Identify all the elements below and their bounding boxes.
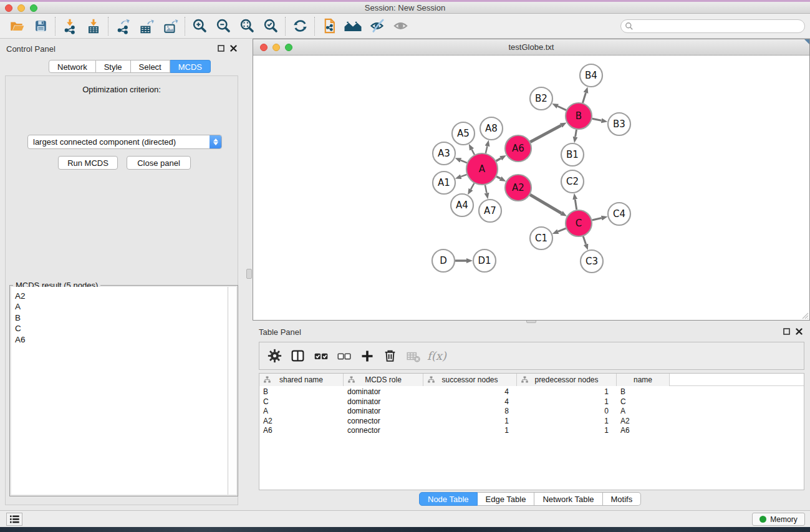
select-all-button[interactable] [309,345,332,367]
graph-edge-b-b1[interactable] [576,130,577,137]
graph-edge-b-b3[interactable] [592,118,602,120]
search-input[interactable] [620,19,805,33]
open-file-button[interactable] [5,16,29,37]
graph-node-a3[interactable]: A3 [433,142,455,165]
task-history-button[interactable] [6,513,22,526]
zoom-in-button[interactable] [188,16,211,37]
graph-edge-a-a4[interactable] [471,183,474,190]
maximize-view-icon[interactable] [285,44,292,51]
add-column-button[interactable] [355,345,378,367]
delete-columns-button[interactable] [378,345,402,367]
result-item-c[interactable]: C [15,323,228,334]
result-item-b[interactable]: B [15,312,228,323]
graph-node-a5[interactable]: A5 [452,122,475,145]
graph-node-a4[interactable]: A4 [451,194,473,216]
graph-edge-b-b4[interactable] [582,93,586,103]
graph-edge-a-a5[interactable] [472,150,475,155]
search-field[interactable] [620,19,805,33]
graph-edge-a2-c[interactable] [530,195,561,213]
delete-table-button[interactable] [402,345,425,367]
home-first-neighbors-button[interactable] [341,16,365,37]
graph-edge-a-a2[interactable] [496,177,500,178]
graph-node-a2[interactable]: A2 [505,175,531,201]
run-mcds-button[interactable]: Run MCDS [58,156,118,170]
column-header-name[interactable]: name [617,374,670,386]
main-titlebar[interactable]: Session: New Session [0,2,810,14]
graph-edge-c-c2[interactable] [575,200,576,210]
graph-node-b2[interactable]: B2 [530,87,552,110]
column-header-shared-name[interactable]: shared name [259,374,344,386]
graph-edge-a-a3[interactable] [461,160,467,163]
column-header-successor-nodes[interactable]: successor nodes [423,374,517,386]
table-options-button[interactable] [263,345,286,367]
table-row[interactable]: Adominator80A [259,407,804,417]
close-window-icon[interactable] [5,4,12,12]
export-image-button[interactable] [158,16,182,37]
table-row[interactable]: A6connector11A6 [259,426,804,436]
column-header-mcds-role[interactable]: MCDS role [344,374,423,386]
graph-node-c3[interactable]: C3 [581,250,603,273]
tab-select[interactable]: Select [131,60,170,73]
result-item-a2[interactable]: A2 [15,291,228,301]
show-hide-style-button[interactable] [365,16,388,37]
zoom-fit-button[interactable] [235,16,259,37]
vertical-splitter-handle[interactable] [246,269,252,279]
tab-style[interactable]: Style [96,60,131,73]
close-panel-icon[interactable] [230,45,237,52]
close-panel-button[interactable]: Close panel [127,156,191,170]
graph-edge-a-a8[interactable] [486,146,488,153]
minimize-window-icon[interactable] [17,4,25,12]
import-network-button[interactable] [58,16,82,37]
graph-node-a6[interactable]: A6 [505,135,531,162]
maximize-window-icon[interactable] [30,4,37,12]
graph-edge-a6-b[interactable] [530,125,561,142]
network-titlebar[interactable]: testGlobe.txt [253,39,809,56]
table-tab-motifs[interactable]: Motifs [603,492,642,506]
save-session-button[interactable] [29,16,52,37]
result-item-a6[interactable]: A6 [15,334,228,345]
graph-edge-a-a1[interactable] [461,175,466,177]
close-table-panel-icon[interactable] [796,328,803,335]
result-item-a[interactable]: A [15,301,228,312]
graph-edge-b-b2[interactable] [557,106,566,110]
graph-edge-a-a6[interactable] [496,158,501,161]
graph-node-b4[interactable]: B4 [580,64,602,87]
table-row[interactable]: Bdominator41B [259,387,804,397]
tab-mcds[interactable]: MCDS [170,60,211,73]
float-panel-icon[interactable] [218,45,224,52]
result-scrollbar[interactable] [228,287,236,495]
graph-node-a7[interactable]: A7 [479,200,501,222]
network-canvas[interactable]: AA6A2BCA1A3A4A5A7A8B1B2B3B4C1C2C3C4DD1 [253,56,809,320]
graph-node-b[interactable]: B [566,103,592,129]
graph-edge-c-c1[interactable] [558,228,566,231]
export-table-button[interactable] [135,16,158,37]
network-from-selection-button[interactable] [317,16,341,37]
table-row[interactable]: A2connector11A2 [259,417,804,427]
close-view-icon[interactable] [260,44,268,51]
graph-node-a1[interactable]: A1 [433,172,455,194]
table-row[interactable]: Cdominator41C [259,397,804,407]
graph-edge-c-c4[interactable] [592,218,601,221]
optimization-criterion-select[interactable]: largest connected component (directed) [27,135,222,149]
graph-node-a8[interactable]: A8 [480,117,503,140]
zoom-selected-button[interactable] [259,16,282,37]
table-tab-network-table[interactable]: Network Table [534,492,602,506]
graph-node-b3[interactable]: B3 [608,113,630,135]
graph-node-d[interactable]: D [432,249,455,272]
refresh-button[interactable] [288,16,312,37]
table-tab-node-table[interactable]: Node Table [419,492,478,506]
tab-network[interactable]: Network [49,60,96,73]
column-header-predecessor-nodes[interactable]: predecessor nodes [517,374,617,386]
graph-edge-c-c3[interactable] [583,236,586,244]
show-hide-view-button[interactable] [388,16,412,37]
table-tab-edge-table[interactable]: Edge Table [478,492,535,506]
resize-grip-icon[interactable] [800,311,809,319]
import-table-button[interactable] [82,16,105,37]
graph-node-b1[interactable]: B1 [561,143,584,166]
float-table-panel-icon[interactable] [783,328,790,335]
apply-function-button[interactable]: f(x) [425,345,446,367]
graph-node-d1[interactable]: D1 [473,249,496,272]
graph-node-c4[interactable]: C4 [608,203,630,225]
graph-node-c2[interactable]: C2 [561,170,584,193]
graph-edge-a-a7[interactable] [485,185,487,193]
